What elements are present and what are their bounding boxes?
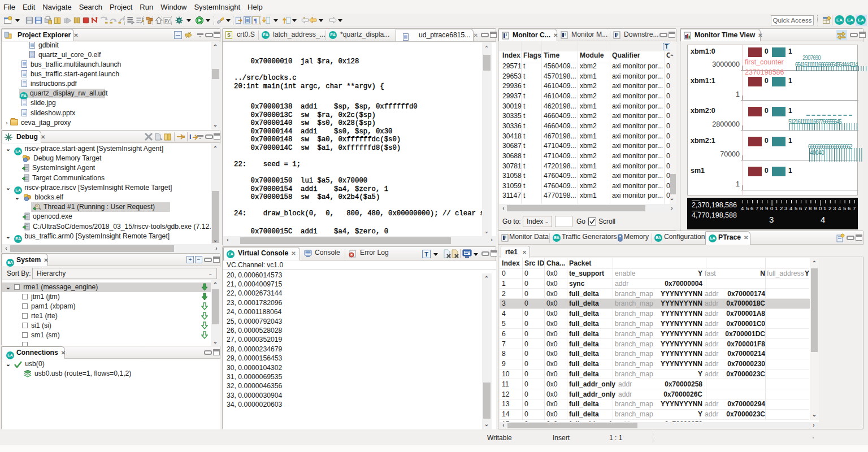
svg-text:¶: ¶ [254,18,257,24]
